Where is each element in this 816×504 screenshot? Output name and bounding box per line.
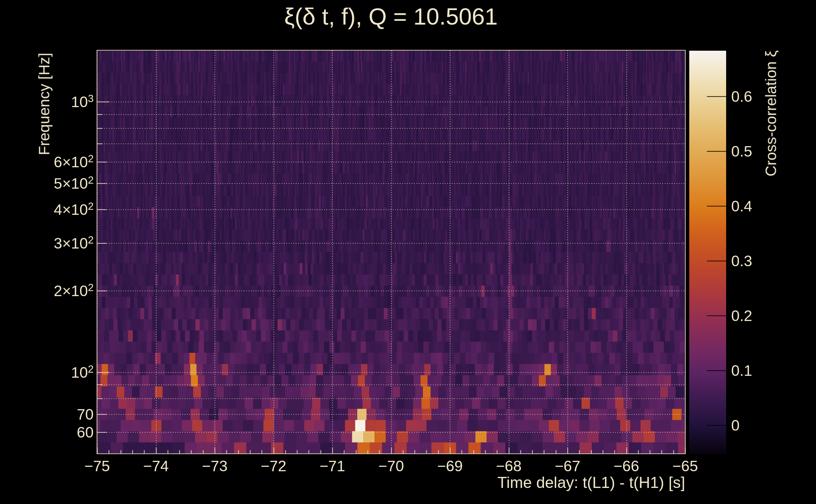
y-tick-label: 60 xyxy=(77,424,94,441)
colorbar-tick-label: 0.3 xyxy=(731,252,752,270)
colorbar-title: Cross-correlation ξ xyxy=(762,50,780,176)
x-tick-label: −71 xyxy=(319,457,345,475)
y-tick-label: 70 xyxy=(77,405,94,423)
colorbar-tick-label: 0.6 xyxy=(731,88,752,105)
colorbar-tick-label: 0.2 xyxy=(731,307,752,324)
colorbar-tick-label: 0.5 xyxy=(731,143,752,160)
y-tick-label: 6×102 xyxy=(54,153,94,170)
x-tick-label: −69 xyxy=(437,457,463,475)
y-tick-label: 3×102 xyxy=(54,235,94,252)
y-tick-label: 2×102 xyxy=(54,282,94,300)
x-tick-label: −74 xyxy=(143,457,169,475)
x-tick-label: −75 xyxy=(84,457,110,475)
y-tick-label: 102 xyxy=(71,364,94,381)
colorbar-tick-label: 0 xyxy=(731,417,740,434)
x-tick-label: −68 xyxy=(496,457,521,475)
y-tick-label: 5×102 xyxy=(54,175,94,192)
y-axis-title: Frequency [Hz] xyxy=(36,53,53,155)
x-tick-label: −67 xyxy=(554,457,580,475)
y-tick-label: 4×102 xyxy=(54,201,94,218)
x-tick-label: −70 xyxy=(378,457,404,475)
x-tick-label: −66 xyxy=(614,457,639,475)
y-tick-label: 103 xyxy=(71,93,94,111)
x-axis-title: Time delay: t(L1) - t(H1) [s] xyxy=(497,473,685,492)
colorbar-tick-label: 0.4 xyxy=(731,198,752,215)
x-tick-label: −72 xyxy=(261,457,286,475)
qscan-cross-correlation-figure: ξ(δ t, f), Q = 10.5061 Time delay: t(L1)… xyxy=(0,0,816,504)
correlation-heatmap-canvas xyxy=(0,0,816,504)
x-tick-label: −73 xyxy=(202,457,227,475)
colorbar-tick-label: 0.1 xyxy=(731,362,752,379)
plot-title: ξ(δ t, f), Q = 10.5061 xyxy=(285,3,498,30)
x-tick-label: −65 xyxy=(672,457,698,475)
